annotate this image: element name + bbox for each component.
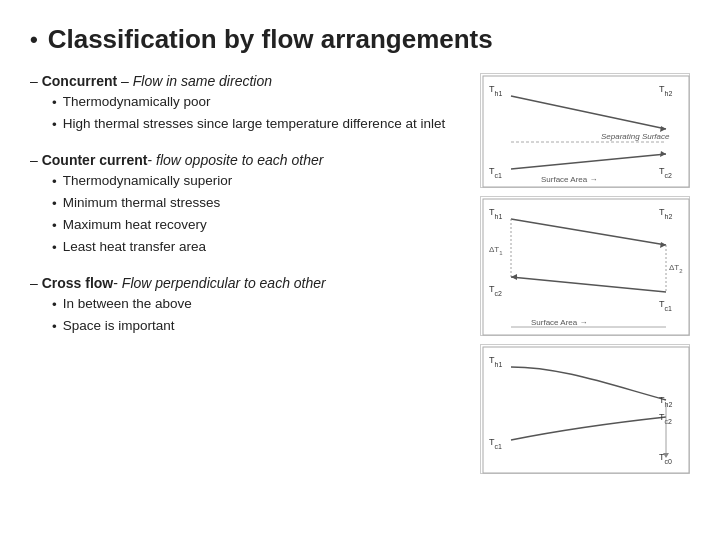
diagram-counter-svg: Th1 Th2 ΔT1 ΔT2 Tc2 Tc1 — [481, 197, 691, 337]
section-cross: – Cross flow- Flow perpendicular to each… — [30, 275, 470, 338]
svg-text:Th2: Th2 — [659, 84, 672, 97]
svg-line-7 — [511, 154, 666, 169]
diagram-concurrent-svg: Th1 Th2 Separating Surface Tc1 Tc2 — [481, 74, 691, 189]
section-counter-title: – Counter current- flow opposite to each… — [30, 152, 470, 168]
section-concurrent-title: – Concurrent – Flow in same direction — [30, 73, 470, 89]
svg-text:Th1: Th1 — [489, 84, 502, 97]
left-column: – Concurrent – Flow in same direction • … — [20, 73, 470, 524]
svg-text:Tc2: Tc2 — [489, 284, 502, 297]
svg-marker-8 — [660, 151, 666, 157]
section-concurrent: – Concurrent – Flow in same direction • … — [30, 73, 470, 136]
svg-text:Tc1: Tc1 — [489, 437, 502, 450]
item-bullet: • — [52, 172, 57, 192]
diagram-cross: Th1 Th2 Tc1 Tc2 Tc0 — [480, 344, 690, 474]
bold-cross: Cross flow — [42, 275, 114, 291]
svg-text:Tc2: Tc2 — [659, 412, 672, 425]
list-item: • Thermodynamically superior — [52, 171, 470, 192]
section-cross-title: – Cross flow- Flow perpendicular to each… — [30, 275, 470, 291]
svg-text:Th1: Th1 — [489, 207, 502, 220]
svg-text:Tc1: Tc1 — [489, 166, 502, 179]
svg-marker-16 — [660, 242, 666, 248]
diagram-cross-svg: Th1 Th2 Tc1 Tc2 Tc0 — [481, 345, 691, 475]
list-item: • Maximum heat recovery — [52, 215, 470, 236]
svg-text:ΔT1: ΔT1 — [489, 245, 503, 256]
sep-counter: - — [147, 152, 156, 168]
cross-items: • In between the above • Space is import… — [30, 294, 470, 338]
list-item: • High thermal stresses since large temp… — [52, 114, 470, 135]
item-bullet: • — [52, 295, 57, 315]
item-text: Maximum heat recovery — [63, 215, 207, 235]
italic-counter: flow opposite to each other — [156, 152, 323, 168]
bold-concurrent: Concurrent — [42, 73, 117, 89]
svg-line-21 — [511, 277, 666, 292]
item-text: Thermodynamically poor — [63, 92, 211, 112]
bold-counter: Counter current — [42, 152, 148, 168]
svg-line-3 — [511, 96, 666, 129]
item-text: Thermodynamically superior — [63, 171, 233, 191]
italic-concurrent: Flow in same direction — [133, 73, 272, 89]
section-counter: – Counter current- flow opposite to each… — [30, 152, 470, 259]
dash-concurrent: – — [30, 73, 42, 89]
item-bullet: • — [52, 317, 57, 337]
italic-cross: Flow perpendicular to each other — [122, 275, 326, 291]
title-text: Classification by flow arrangements — [48, 24, 493, 55]
list-item: • Minimum thermal stresses — [52, 193, 470, 214]
slide-title: • Classification by flow arrangements — [20, 24, 700, 55]
sep-concurrent: – — [117, 73, 133, 89]
svg-text:ΔT2: ΔT2 — [669, 263, 683, 274]
list-item: • Least heat transfer area — [52, 237, 470, 258]
title-bullet: • — [30, 27, 38, 53]
diagram-concurrent: Th1 Th2 Separating Surface Tc1 Tc2 — [480, 73, 690, 188]
dash-counter: – — [30, 152, 42, 168]
svg-text:Surface Area →: Surface Area → — [531, 318, 587, 327]
item-bullet: • — [52, 115, 57, 135]
svg-text:Surface Area →: Surface Area → — [541, 175, 597, 184]
item-text: In between the above — [63, 294, 192, 314]
item-text: Least heat transfer area — [63, 237, 206, 257]
item-bullet: • — [52, 194, 57, 214]
list-item: • Space is important — [52, 316, 470, 337]
concurrent-items: • Thermodynamically poor • High thermal … — [30, 92, 470, 136]
diagram-counter: Th1 Th2 ΔT1 ΔT2 Tc2 Tc1 — [480, 196, 690, 336]
right-column: Th1 Th2 Separating Surface Tc1 Tc2 — [470, 73, 700, 524]
content-area: – Concurrent – Flow in same direction • … — [20, 73, 700, 524]
svg-marker-22 — [511, 274, 517, 280]
svg-text:Separating Surface: Separating Surface — [601, 132, 670, 141]
item-text: High thermal stresses since large temper… — [63, 114, 445, 134]
list-item: • In between the above — [52, 294, 470, 315]
svg-line-15 — [511, 219, 666, 245]
item-text: Minimum thermal stresses — [63, 193, 221, 213]
counter-items: • Thermodynamically superior • Minimum t… — [30, 171, 470, 259]
dash-cross: – — [30, 275, 42, 291]
item-text: Space is important — [63, 316, 175, 336]
slide: • Classification by flow arrangements – … — [0, 0, 720, 540]
item-bullet: • — [52, 238, 57, 258]
svg-text:Tc2: Tc2 — [659, 166, 672, 179]
sep-cross: - — [113, 275, 122, 291]
svg-text:Th2: Th2 — [659, 207, 672, 220]
svg-text:Tc1: Tc1 — [659, 299, 672, 312]
svg-text:Th1: Th1 — [489, 355, 502, 368]
item-bullet: • — [52, 216, 57, 236]
list-item: • Thermodynamically poor — [52, 92, 470, 113]
item-bullet: • — [52, 93, 57, 113]
